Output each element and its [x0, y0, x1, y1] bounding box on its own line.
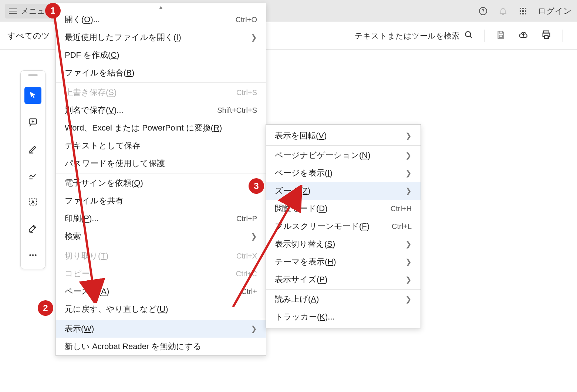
svg-point-22	[29, 254, 31, 256]
login-link[interactable]: ログイン	[538, 6, 572, 17]
rail-grip[interactable]	[28, 74, 38, 76]
print-icon[interactable]	[541, 30, 551, 42]
submenu-item[interactable]: テーマを表示(H)❯	[266, 253, 421, 271]
chevron-right-icon: ❯	[405, 257, 412, 266]
draw-tool[interactable]	[24, 167, 41, 184]
menu-item-label: 切り取り(T)	[65, 250, 108, 261]
menu-item[interactable]: 元に戻す、やり直しなど(U)	[56, 300, 266, 318]
menu-item-shortcut: Ctrl+O	[236, 16, 257, 24]
menu-item[interactable]: 最近使用したファイルを開く(I)❯	[56, 28, 266, 46]
svg-rect-6	[522, 10, 524, 12]
menu-item-label: Word、Excel または PowerPoint に変換(R)	[65, 122, 222, 134]
apps-grid-icon[interactable]	[518, 6, 528, 16]
menu-item-label: 印刷(P)...	[65, 213, 99, 224]
svg-rect-14	[499, 35, 503, 38]
submenu-item-label: 表示サイズ(P)	[275, 274, 327, 285]
menu-item-label: パスワードを使用して保護	[65, 158, 165, 169]
menu-item[interactable]: パスワードを使用して保護	[56, 155, 266, 172]
select-tool[interactable]	[24, 87, 41, 104]
submenu-item[interactable]: トラッカー(K)...	[266, 308, 421, 326]
submenu-item[interactable]: ページナビゲーション(N)❯	[266, 146, 421, 164]
more-tools[interactable]	[24, 247, 41, 264]
submenu-item-label: 読み上げ(A)	[275, 294, 319, 305]
submenu-item-label: フルスクリーンモード(F)	[275, 221, 370, 232]
submenu-item[interactable]: 表示サイズ(P)❯	[266, 271, 421, 288]
submenu-item[interactable]: 閲覧モード(D)Ctrl+H	[266, 200, 421, 217]
menu-item[interactable]: 別名で保存(V)...Shift+Ctrl+S	[56, 101, 266, 119]
svg-text:A: A	[31, 199, 35, 205]
menu-item[interactable]: 電子サインを依頼(Q)	[56, 174, 266, 192]
submenu-item-label: ページを表示(I)	[275, 168, 333, 179]
save-icon[interactable]	[496, 30, 506, 41]
menu-separator	[56, 246, 266, 246]
search-area: テキストまたはツールを検索	[355, 30, 570, 42]
chevron-right-icon: ❯	[251, 33, 257, 42]
highlight-tool[interactable]	[24, 140, 41, 157]
text-select-tool[interactable]: A	[24, 193, 41, 210]
chevron-right-icon: ❯	[405, 295, 412, 304]
svg-rect-9	[522, 13, 524, 14]
menu-item-label: 開く(O)...	[65, 14, 100, 25]
chevron-right-icon: ❯	[405, 186, 412, 195]
search-icon[interactable]	[464, 30, 473, 41]
view-submenu: 表示を回転(V)❯ページナビゲーション(N)❯ページを表示(I)❯ズーム(Z)❯…	[266, 124, 421, 328]
menu-item[interactable]: テキストとして保存	[56, 137, 266, 155]
menu-item[interactable]: ファイルを共有	[56, 192, 266, 210]
search-placeholder[interactable]: テキストまたはツールを検索	[355, 31, 459, 41]
doc-action-icons	[496, 30, 551, 42]
svg-point-24	[35, 254, 36, 256]
menu-item-label: ファイルを共有	[65, 195, 124, 206]
menu-scroll-up-arrow[interactable]: ▲	[56, 3, 266, 11]
sign-tool[interactable]	[24, 220, 41, 237]
submenu-item[interactable]: ページを表示(I)❯	[266, 164, 421, 182]
menu-item[interactable]: 開く(O)...Ctrl+O	[56, 11, 266, 28]
all-tools-label[interactable]: すべてのツ	[7, 30, 50, 41]
svg-rect-2	[520, 8, 521, 9]
submenu-item-label: テーマを表示(H)	[275, 256, 336, 267]
bell-icon[interactable]	[498, 6, 508, 16]
menu-item[interactable]: 検索❯	[56, 227, 266, 245]
menu-item-label: 別名で保存(V)...	[65, 105, 124, 116]
comment-tool[interactable]	[24, 114, 41, 131]
submenu-item[interactable]: 表示を回転(V)❯	[266, 127, 421, 145]
cloud-upload-icon[interactable]	[518, 30, 529, 42]
menu-item[interactable]: Word、Excel または PowerPoint に変換(R)	[56, 119, 266, 137]
left-tool-rail: A	[20, 70, 45, 269]
menu-item-shortcut: Ctrl+	[241, 287, 257, 296]
menu-separator	[56, 173, 266, 173]
chevron-right-icon: ❯	[405, 275, 412, 284]
separator	[485, 30, 485, 42]
menu-item: 上書き保存(S)Ctrl+S	[56, 84, 266, 101]
menu-item-shortcut: Ctrl+C	[236, 270, 257, 278]
help-icon[interactable]	[478, 6, 488, 16]
submenu-item-label: 閲覧モード(D)	[275, 203, 328, 214]
menu-item-shortcut: Shift+Ctrl+S	[217, 106, 257, 115]
svg-point-1	[483, 13, 483, 13]
chevron-right-icon: ❯	[405, 169, 412, 178]
submenu-item[interactable]: 表示切り替え(S)❯	[266, 235, 421, 253]
submenu-item-label: ページナビゲーション(N)	[275, 150, 371, 161]
svg-rect-3	[522, 8, 524, 9]
menu-item-label: 元に戻す、やり直しなど(U)	[65, 304, 168, 315]
menu-item[interactable]: PDF を作成(C)	[56, 46, 266, 64]
menu-item[interactable]: ペースト(A)Ctrl+	[56, 283, 266, 300]
menu-item-shortcut: Ctrl+P	[236, 214, 257, 223]
submenu-item-label: トラッカー(K)...	[275, 311, 335, 322]
menu-item[interactable]: ファイルを結合(B)	[56, 64, 266, 82]
main-menu-dropdown: ▲ 開く(O)...Ctrl+O最近使用したファイルを開く(I)❯PDF を作成…	[55, 3, 266, 356]
submenu-item-label: 表示切り替え(S)	[275, 239, 335, 250]
submenu-item[interactable]: フルスクリーンモード(F)Ctrl+L	[266, 217, 421, 235]
menu-item-label: テキストとして保存	[65, 140, 141, 151]
submenu-item-label: ズーム(Z)	[275, 185, 310, 196]
chevron-right-icon: ❯	[405, 151, 412, 160]
menu-item[interactable]: 新しい Acrobat Reader を無効にする	[56, 338, 266, 355]
menu-separator	[56, 82, 266, 83]
menu-item[interactable]: 印刷(P)...Ctrl+P	[56, 210, 266, 227]
submenu-item[interactable]: ズーム(Z)❯	[266, 182, 421, 200]
menu-item[interactable]: 表示(W)❯	[56, 320, 266, 338]
annotation-badge-3: 3	[249, 178, 264, 194]
submenu-item-shortcut: Ctrl+H	[391, 205, 412, 213]
annotation-badge-2: 2	[38, 300, 53, 316]
menu-item-label: 最近使用したファイルを開く(I)	[65, 32, 181, 43]
submenu-item[interactable]: 読み上げ(A)❯	[266, 290, 421, 308]
